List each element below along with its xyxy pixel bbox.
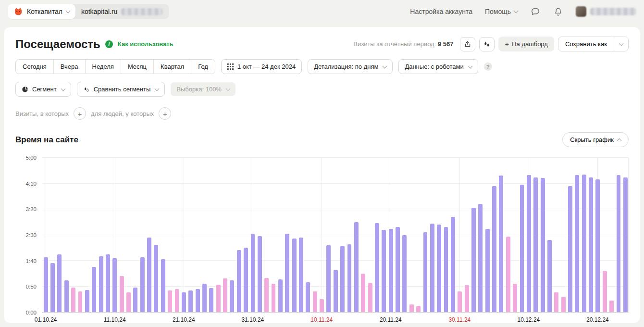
time-on-site-bar[interactable] [513, 284, 517, 312]
time-on-site-bar[interactable] [354, 222, 359, 312]
time-on-site-bar[interactable] [147, 238, 151, 312]
time-on-site-bar[interactable] [589, 177, 593, 312]
time-on-site-bar[interactable] [334, 270, 338, 312]
time-on-site-bar[interactable] [527, 175, 531, 312]
tab-month[interactable]: Месяц [121, 60, 153, 74]
time-on-site-bar[interactable] [292, 239, 297, 312]
tab-quarter[interactable]: Квартал [153, 60, 191, 74]
time-on-site-bar[interactable] [416, 306, 421, 312]
time-on-site-bar[interactable] [230, 280, 234, 312]
tab-week[interactable]: Неделя [85, 60, 121, 74]
time-on-site-bar[interactable] [112, 258, 117, 312]
time-on-site-bar[interactable] [126, 292, 131, 312]
time-on-site-bar[interactable] [202, 284, 207, 312]
time-on-site-bar[interactable] [154, 245, 158, 312]
save-as-dropdown-button[interactable] [614, 37, 628, 51]
time-on-site-bar[interactable] [458, 291, 462, 312]
time-on-site-bar[interactable] [209, 288, 213, 312]
time-on-site-bar[interactable] [368, 283, 372, 312]
time-on-site-bar[interactable] [478, 204, 483, 312]
time-on-site-bar[interactable] [423, 232, 428, 312]
tab-year[interactable]: Год [191, 60, 215, 74]
hide-chart-button[interactable]: Скрыть график [562, 132, 629, 147]
help-menu[interactable]: Помощь [485, 8, 518, 15]
time-on-site-bar[interactable] [582, 175, 586, 312]
time-on-site-bar[interactable] [299, 238, 303, 312]
time-on-site-bar[interactable] [57, 254, 62, 312]
time-on-site-bar[interactable] [50, 263, 55, 312]
time-on-site-bar[interactable] [437, 225, 441, 312]
how-to-use-link[interactable]: Как использовать [118, 40, 173, 48]
time-on-site-bar[interactable] [140, 257, 145, 312]
detail-dropdown[interactable]: Детализация: по дням [308, 59, 393, 74]
time-on-site-bar[interactable] [133, 288, 137, 312]
add-to-dashboard-button[interactable]: + На дашборд [498, 37, 554, 51]
time-on-site-bar[interactable] [85, 290, 89, 312]
app-selector[interactable]: Коткапитал [8, 4, 75, 19]
time-on-site-bar[interactable] [182, 292, 186, 312]
time-on-site-bar[interactable] [264, 278, 269, 312]
time-on-site-bar[interactable] [92, 267, 96, 312]
tab-yesterday[interactable]: Вчера [53, 60, 85, 74]
segment-dropdown[interactable]: Сегмент [15, 82, 71, 97]
time-on-site-bar[interactable] [320, 299, 324, 312]
time-on-site-bar[interactable] [168, 290, 172, 312]
time-on-site-bar[interactable] [603, 271, 607, 312]
time-on-site-bar[interactable] [306, 282, 310, 312]
time-on-site-bar[interactable] [99, 256, 103, 312]
tab-today[interactable]: Сегодня [16, 60, 53, 74]
time-on-site-bar[interactable] [471, 208, 476, 312]
time-on-site-bar[interactable] [568, 186, 572, 312]
notifications-button[interactable] [553, 7, 563, 17]
time-on-site-bar[interactable] [444, 227, 448, 312]
time-on-site-bar[interactable] [506, 237, 510, 312]
time-on-site-bar[interactable] [64, 280, 69, 312]
time-on-site-bar[interactable] [430, 224, 434, 312]
time-on-site-bar[interactable] [465, 285, 469, 312]
add-visit-condition-button[interactable]: + [74, 107, 86, 120]
time-on-site-bar[interactable] [285, 234, 289, 312]
time-on-site-bar[interactable] [520, 185, 524, 312]
user-account[interactable] [576, 6, 636, 17]
time-on-site-bar[interactable] [533, 177, 538, 312]
account-settings-link[interactable]: Настройка аккаунта [410, 8, 472, 15]
time-on-site-bar[interactable] [223, 278, 227, 312]
time-on-site-bar[interactable] [382, 230, 386, 312]
date-range-button[interactable]: 1 окт — 24 дек 2024 [221, 59, 302, 74]
time-on-site-bar[interactable] [278, 279, 283, 312]
time-on-site-bar[interactable] [216, 285, 221, 312]
time-on-site-bar[interactable] [188, 290, 193, 312]
time-on-site-bar[interactable] [623, 177, 628, 312]
chat-button[interactable] [530, 6, 541, 17]
time-on-site-bar[interactable] [347, 244, 352, 312]
add-user-condition-button[interactable]: + [159, 107, 171, 120]
time-on-site-bar[interactable] [595, 179, 600, 312]
sampling-dropdown[interactable]: Выборка: 100% [171, 82, 235, 96]
time-on-site-bar[interactable] [485, 229, 490, 312]
time-on-site-bar[interactable] [375, 223, 379, 312]
time-on-site-bar[interactable] [78, 291, 83, 312]
time-on-site-bar[interactable] [251, 234, 255, 312]
time-on-site-bar[interactable] [258, 236, 262, 312]
time-on-site-bar[interactable] [196, 289, 200, 312]
time-on-site-bar[interactable] [272, 284, 276, 312]
info-icon[interactable]: i [105, 40, 113, 48]
time-on-site-bar[interactable] [541, 178, 545, 312]
counter-pill[interactable]: kotkapital.ru [72, 4, 169, 19]
time-on-site-bar[interactable] [361, 274, 365, 312]
time-on-site-bar[interactable] [547, 240, 552, 312]
time-on-site-bar[interactable] [244, 248, 248, 312]
time-on-site-bar[interactable] [71, 288, 75, 312]
time-on-site-bar[interactable] [175, 289, 179, 312]
time-on-site-bar[interactable] [340, 246, 345, 312]
time-on-site-bar[interactable] [120, 276, 124, 312]
save-as-button[interactable]: Сохранить как [558, 37, 614, 51]
export-button[interactable] [460, 37, 475, 51]
time-on-site-bar[interactable] [396, 227, 400, 312]
time-on-site-bar[interactable] [44, 257, 48, 312]
time-on-site-bar[interactable] [554, 292, 558, 312]
time-on-site-bar[interactable] [313, 291, 317, 312]
time-on-site-bar[interactable] [617, 175, 621, 312]
time-on-site-bar[interactable] [492, 186, 496, 312]
time-on-site-bar[interactable] [106, 254, 110, 312]
